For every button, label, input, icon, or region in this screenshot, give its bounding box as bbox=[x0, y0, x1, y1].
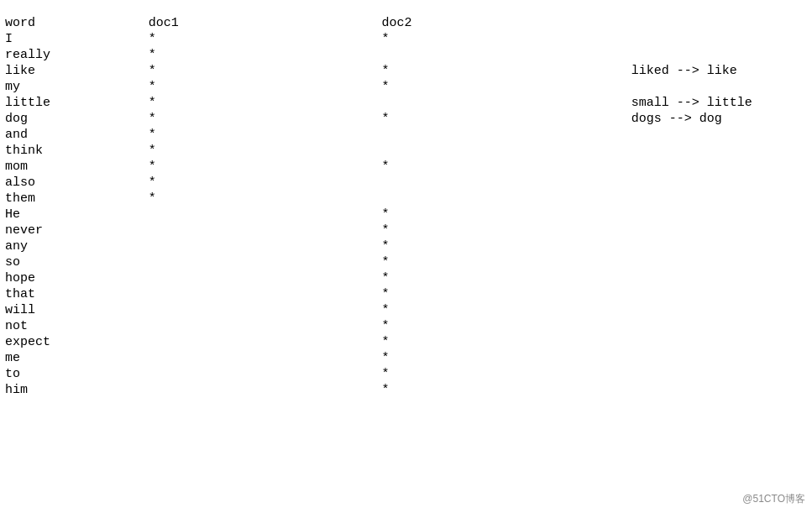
cell-note bbox=[628, 191, 812, 207]
cell-doc2: * bbox=[378, 207, 627, 222]
cell-doc2: * bbox=[378, 222, 627, 238]
cell-doc2: * bbox=[378, 270, 627, 286]
cell-note bbox=[628, 143, 812, 159]
cell-note bbox=[628, 159, 812, 175]
cell-doc2: * bbox=[378, 159, 627, 175]
cell-note bbox=[628, 207, 812, 222]
cell-note bbox=[628, 334, 812, 350]
cell-note bbox=[628, 238, 812, 254]
word-table: word doc1 doc2 I**really*like**liked -->… bbox=[3, 15, 812, 398]
cell-doc1 bbox=[145, 382, 379, 398]
cell-word: me bbox=[3, 350, 145, 366]
cell-doc2: * bbox=[378, 79, 627, 95]
main-table-container: word doc1 doc2 I**really*like**liked -->… bbox=[0, 8, 812, 405]
table-row: and* bbox=[3, 127, 812, 143]
cell-doc1: * bbox=[145, 111, 379, 127]
cell-doc2: * bbox=[378, 334, 627, 350]
cell-doc1: * bbox=[145, 159, 379, 175]
table-header-row: word doc1 doc2 bbox=[3, 15, 812, 31]
table-row: I** bbox=[3, 31, 812, 47]
cell-doc2 bbox=[378, 95, 627, 111]
cell-doc2: * bbox=[378, 286, 627, 302]
cell-doc1 bbox=[145, 254, 379, 270]
table-row: that* bbox=[3, 286, 812, 302]
cell-doc2 bbox=[378, 175, 627, 191]
cell-word: to bbox=[3, 366, 145, 382]
cell-note bbox=[628, 350, 812, 366]
cell-note bbox=[628, 382, 812, 398]
cell-doc2: * bbox=[378, 350, 627, 366]
cell-word: hope bbox=[3, 270, 145, 286]
cell-doc1: * bbox=[145, 191, 379, 207]
table-row: to* bbox=[3, 366, 812, 382]
cell-word: really bbox=[3, 47, 145, 63]
cell-doc2: * bbox=[378, 254, 627, 270]
cell-note bbox=[628, 270, 812, 286]
cell-note bbox=[628, 286, 812, 302]
cell-doc1: * bbox=[145, 175, 379, 191]
cell-doc1: * bbox=[145, 95, 379, 111]
cell-doc2: * bbox=[378, 382, 627, 398]
table-row: mom** bbox=[3, 159, 812, 175]
cell-doc1 bbox=[145, 286, 379, 302]
cell-word: also bbox=[3, 175, 145, 191]
cell-word: never bbox=[3, 222, 145, 238]
cell-word: my bbox=[3, 79, 145, 95]
cell-doc2: * bbox=[378, 111, 627, 127]
header-note bbox=[628, 15, 812, 31]
cell-doc1 bbox=[145, 238, 379, 254]
cell-word: He bbox=[3, 207, 145, 222]
cell-word: any bbox=[3, 238, 145, 254]
table-row: little*small --> little bbox=[3, 95, 812, 111]
table-row: them* bbox=[3, 191, 812, 207]
cell-doc2: * bbox=[378, 318, 627, 334]
cell-doc2: * bbox=[378, 63, 627, 79]
cell-doc2: * bbox=[378, 238, 627, 254]
cell-word: dog bbox=[3, 111, 145, 127]
cell-doc1 bbox=[145, 350, 379, 366]
cell-doc1: * bbox=[145, 47, 379, 63]
cell-doc1 bbox=[145, 222, 379, 238]
cell-doc1: * bbox=[145, 127, 379, 143]
cell-word: like bbox=[3, 63, 145, 79]
cell-word: will bbox=[3, 302, 145, 318]
watermark: @51CTO博客 bbox=[742, 492, 805, 506]
cell-note bbox=[628, 127, 812, 143]
cell-doc1: * bbox=[145, 63, 379, 79]
table-row: think* bbox=[3, 143, 812, 159]
table-row: hope* bbox=[3, 270, 812, 286]
cell-doc2 bbox=[378, 191, 627, 207]
header-doc1: doc1 bbox=[145, 15, 379, 31]
cell-doc2: * bbox=[378, 31, 627, 47]
cell-doc1 bbox=[145, 366, 379, 382]
cell-note bbox=[628, 47, 812, 63]
cell-doc1 bbox=[145, 207, 379, 222]
table-row: dog**dogs --> dog bbox=[3, 111, 812, 127]
cell-doc1 bbox=[145, 334, 379, 350]
cell-note: dogs --> dog bbox=[628, 111, 812, 127]
table-row: so* bbox=[3, 254, 812, 270]
table-row: him* bbox=[3, 382, 812, 398]
cell-note bbox=[628, 302, 812, 318]
cell-note bbox=[628, 222, 812, 238]
cell-word: them bbox=[3, 191, 145, 207]
cell-word: I bbox=[3, 31, 145, 47]
cell-doc2: * bbox=[378, 366, 627, 382]
header-word: word bbox=[3, 15, 145, 31]
table-row: He* bbox=[3, 207, 812, 222]
cell-word: him bbox=[3, 382, 145, 398]
cell-word: think bbox=[3, 143, 145, 159]
cell-word: expect bbox=[3, 334, 145, 350]
cell-doc2 bbox=[378, 127, 627, 143]
cell-note: small --> little bbox=[628, 95, 812, 111]
cell-doc1 bbox=[145, 318, 379, 334]
table-row: my** bbox=[3, 79, 812, 95]
cell-note bbox=[628, 79, 812, 95]
cell-doc1 bbox=[145, 270, 379, 286]
cell-word: so bbox=[3, 254, 145, 270]
cell-doc2: * bbox=[378, 302, 627, 318]
cell-note bbox=[628, 254, 812, 270]
table-row: any* bbox=[3, 238, 812, 254]
table-row: me* bbox=[3, 350, 812, 366]
table-row: really* bbox=[3, 47, 812, 63]
